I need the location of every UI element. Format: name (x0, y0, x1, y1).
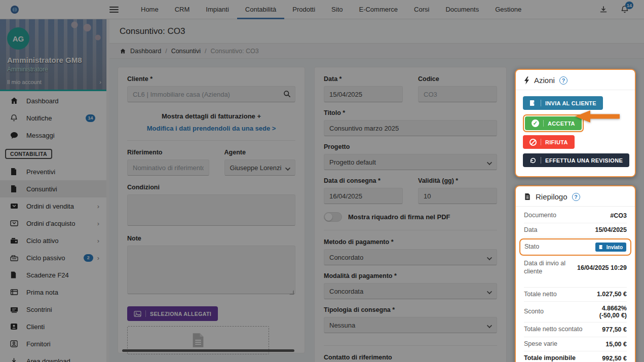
sidebar-item-consuntivi[interactable]: Consuntivi (0, 180, 106, 197)
riferimento-input[interactable] (127, 159, 209, 176)
sidebar-item-notifiche[interactable]: Notifiche 14 (0, 109, 106, 127)
data-label: Data * (324, 75, 403, 83)
tab-crm[interactable]: CRM (167, 0, 198, 19)
progetto-label: Progetto (324, 143, 497, 150)
chevron-down-icon (285, 166, 290, 171)
modalita-pagamento-select[interactable]: Concordata (324, 283, 497, 299)
data-input[interactable] (324, 86, 403, 102)
note-textarea[interactable] (127, 246, 295, 294)
horizontal-scrollbar[interactable] (122, 349, 294, 352)
notifications-count-badge: 14 (625, 2, 633, 9)
cash-register-outline-icon (10, 255, 19, 261)
tab-home[interactable]: Home (133, 0, 167, 19)
summary-row-data: Data 15/04/2025 (524, 223, 627, 238)
tab-gestione[interactable]: Gestione (487, 0, 529, 19)
titolo-input[interactable] (324, 120, 497, 136)
summary-total-row: Spese varie 15,00 € (524, 337, 627, 352)
select-attachments-button[interactable]: SELEZIONA ALLEGATI (127, 306, 218, 321)
help-icon[interactable]: ? (572, 193, 580, 201)
profile-name: Amministratore GM8 (7, 56, 82, 64)
metodo-pagamento-select[interactable]: Concordato (324, 249, 497, 265)
edit-from-site-link[interactable]: Modifica i dati prendendoli da una sede … (127, 125, 295, 132)
lightning-icon (524, 76, 529, 85)
document-icon (10, 168, 19, 176)
tab-ecommerce[interactable]: E-Commerce (351, 0, 406, 19)
chevron-down-icon (487, 323, 492, 328)
sidebar-item-scontrini[interactable]: Scontrini (0, 301, 106, 318)
agente-select[interactable]: Giuseppe Lorenzi (224, 159, 295, 176)
breadcrumb-consuntivi[interactable]: Consuntivi (171, 48, 201, 55)
chat-icon (10, 132, 19, 139)
sidebar-item-ciclo-attivo[interactable]: Ciclo attivo › (0, 232, 106, 249)
reject-button[interactable]: RIFIUTA (523, 135, 575, 149)
my-account-link[interactable]: Il mio account › (7, 79, 101, 85)
tab-corsi[interactable]: Corsi (406, 0, 437, 19)
validita-label: Validità (gg) * (418, 177, 497, 184)
home-icon (10, 97, 19, 105)
tipologia-consegna-select[interactable]: Nessuna (324, 317, 497, 333)
tipologia-consegna-label: Tipologia di consegna * (324, 306, 497, 313)
cliente-input[interactable] (127, 86, 295, 102)
tab-prodotti[interactable]: Prodotti (284, 0, 323, 19)
agente-label: Agente (224, 149, 295, 156)
tab-documents[interactable]: Documents (437, 0, 487, 19)
chevron-right-icon: › (97, 237, 99, 245)
chevron-right-icon: › (99, 79, 101, 85)
sidebar-section-contabilita: CONTABILITA (0, 144, 106, 163)
hamburger-menu-icon[interactable] (109, 5, 119, 14)
tab-sito[interactable]: Sito (323, 0, 351, 19)
accetta-highlight-box: ✓ ACCETTA (523, 114, 584, 132)
chevron-right-icon: › (97, 220, 99, 227)
basket-icon (10, 203, 19, 210)
sidebar-item-prima-nota[interactable]: Prima nota (0, 284, 106, 301)
show-billing-details-link[interactable]: Mostra dettagli di fatturazione + (127, 112, 295, 120)
sidebar-item-ordini-dacquisto[interactable]: Ordini d'acquisto › (0, 215, 106, 232)
condizioni-textarea[interactable] (127, 194, 295, 226)
send-to-client-button[interactable]: INVIA AL CLIENTE (523, 96, 603, 110)
image-icon (134, 311, 141, 317)
send-document-icon (599, 245, 604, 250)
sidebar-item-ciclo-passivo[interactable]: Ciclo passivo 2 › (0, 249, 106, 266)
avatar[interactable]: AG (7, 27, 29, 50)
summary-total-row: Totale imponibile 992,50 € (524, 351, 627, 362)
tab-contabilita[interactable]: Contabilità (237, 0, 284, 19)
highlight-arrow (575, 110, 620, 123)
progetto-select[interactable]: Progetto default (324, 154, 497, 170)
sidebar-item-scadenze-f24[interactable]: Scadenze F24 (0, 266, 106, 284)
search-icon[interactable] (283, 90, 291, 98)
data-consegna-input[interactable] (324, 188, 403, 204)
sidebar-item-messaggi[interactable]: Messaggi (0, 127, 106, 144)
codice-input (418, 86, 497, 102)
download-icon[interactable] (599, 6, 608, 14)
check-circle-icon: ✓ (532, 119, 539, 127)
file-icon (10, 271, 19, 279)
data-consegna-label: Data di consegna * (324, 177, 403, 184)
main-nav: Home CRM Impianti Contabilità Prodotti S… (133, 0, 529, 19)
cliente-label: Cliente * (127, 75, 295, 83)
sidebar-item-preventivi[interactable]: Preventivi (0, 163, 106, 180)
notifications-bell-icon[interactable]: 14 (621, 5, 629, 14)
notifiche-badge: 14 (86, 114, 95, 122)
actions-panel: Azioni ? INVIA AL CLIENTE ✓ ACCETTA (515, 69, 636, 177)
chevron-down-icon (487, 160, 492, 165)
validita-input[interactable] (418, 188, 497, 204)
accept-button[interactable]: ✓ ACCETTA (525, 116, 582, 130)
sidebar-item-area-download[interactable]: Area download (0, 352, 106, 362)
signature-toggle[interactable] (324, 212, 342, 222)
actions-panel-title: Azioni (534, 76, 555, 85)
sidebar-item-ordini-di-vendita[interactable]: Ordini di vendita › (0, 197, 106, 215)
notebook-icon (10, 289, 19, 296)
basket-outline-icon (10, 220, 19, 227)
cash-register-icon (10, 237, 19, 244)
sidebar-item-clienti[interactable]: Clienti (0, 318, 106, 335)
revision-button[interactable]: EFFETTUA UNA REVISIONE (523, 153, 629, 167)
help-icon[interactable]: ? (559, 76, 567, 85)
tab-impianti[interactable]: Impianti (198, 0, 237, 19)
breadcrumb-dashboard[interactable]: Dashboard (130, 48, 161, 55)
ciclo-passivo-badge: 2 (84, 254, 93, 262)
sidebar-item-dashboard[interactable]: Dashboard (0, 92, 106, 109)
history-icon (529, 157, 537, 164)
app-logo[interactable] (0, 5, 109, 14)
sidebar-item-fornitori[interactable]: Fornitori (0, 335, 106, 352)
customer-card: Cliente * Mostra dettagli di fatturazion… (118, 67, 305, 353)
